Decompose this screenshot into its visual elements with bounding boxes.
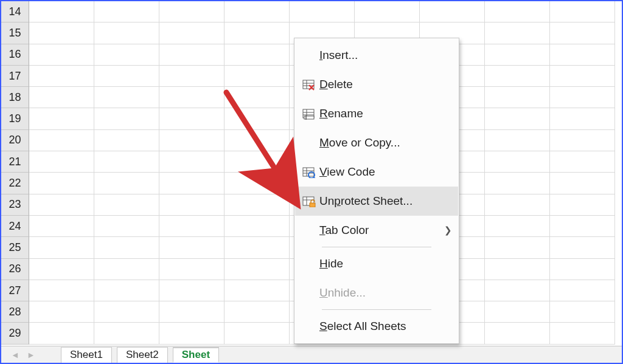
- cell[interactable]: [485, 173, 550, 194]
- cell[interactable]: [485, 301, 550, 323]
- cell[interactable]: [224, 216, 290, 237]
- cell[interactable]: [29, 44, 94, 66]
- cell[interactable]: [550, 22, 615, 44]
- row-header[interactable]: 27: [1, 280, 29, 301]
- cell[interactable]: [224, 151, 290, 173]
- cell[interactable]: [29, 216, 94, 237]
- cell[interactable]: [29, 1, 94, 22]
- row-header[interactable]: 20: [1, 130, 29, 151]
- cell[interactable]: [29, 237, 94, 258]
- cell[interactable]: [485, 22, 550, 44]
- cell[interactable]: [29, 323, 94, 344]
- cell[interactable]: [224, 66, 290, 87]
- row-header[interactable]: 21: [1, 151, 29, 173]
- cell[interactable]: [485, 259, 550, 280]
- cell[interactable]: [290, 1, 355, 22]
- cell[interactable]: [550, 301, 615, 323]
- cell[interactable]: [94, 216, 159, 237]
- cell[interactable]: [485, 194, 550, 216]
- cell[interactable]: [224, 87, 290, 108]
- cell[interactable]: [550, 108, 615, 129]
- cell[interactable]: [29, 66, 94, 87]
- cell[interactable]: [159, 194, 224, 216]
- cell[interactable]: [485, 216, 550, 237]
- cell[interactable]: [94, 66, 159, 87]
- cell[interactable]: [29, 108, 94, 129]
- cell[interactable]: [94, 151, 159, 173]
- cell[interactable]: [29, 173, 94, 194]
- cell[interactable]: [224, 1, 290, 22]
- cell[interactable]: [224, 173, 290, 194]
- cell[interactable]: [159, 259, 224, 280]
- cell[interactable]: [94, 301, 159, 323]
- menu-unprotect-sheet[interactable]: Unprotect Sheet...: [295, 187, 458, 216]
- cell[interactable]: [159, 108, 224, 129]
- tab-scroll-right-icon[interactable]: ►: [23, 349, 39, 361]
- cell[interactable]: [485, 87, 550, 108]
- cell[interactable]: [224, 194, 290, 216]
- row-header[interactable]: 29: [1, 323, 29, 344]
- row-header[interactable]: 24: [1, 216, 29, 237]
- cell[interactable]: [94, 1, 159, 22]
- cell[interactable]: [29, 259, 94, 280]
- cell[interactable]: [550, 237, 615, 258]
- menu-select-all-sheets[interactable]: Select All Sheets: [295, 312, 458, 341]
- cell[interactable]: [355, 1, 420, 22]
- cell[interactable]: [485, 280, 550, 301]
- cell[interactable]: [485, 237, 550, 258]
- cell[interactable]: [159, 66, 224, 87]
- row-header[interactable]: 22: [1, 173, 29, 194]
- menu-view-code[interactable]: View Code: [295, 157, 458, 187]
- cell[interactable]: [550, 130, 615, 151]
- cell[interactable]: [159, 323, 224, 344]
- cell[interactable]: [159, 22, 224, 44]
- cell[interactable]: [159, 44, 224, 66]
- cell[interactable]: [29, 194, 94, 216]
- sheet-tab[interactable]: Sheet2: [117, 347, 168, 363]
- cell[interactable]: [94, 259, 159, 280]
- cell[interactable]: [159, 173, 224, 194]
- row-header[interactable]: 26: [1, 259, 29, 280]
- cell[interactable]: [550, 216, 615, 237]
- cell[interactable]: [550, 1, 615, 22]
- cell[interactable]: [485, 108, 550, 129]
- cell[interactable]: [159, 280, 224, 301]
- cell[interactable]: [94, 194, 159, 216]
- cell[interactable]: [94, 280, 159, 301]
- cell[interactable]: [159, 301, 224, 323]
- cell[interactable]: [485, 130, 550, 151]
- cell[interactable]: [224, 259, 290, 280]
- cell[interactable]: [94, 108, 159, 129]
- row-header[interactable]: 15: [1, 22, 29, 44]
- menu-tab-color[interactable]: Tab Color ❯: [295, 216, 458, 245]
- sheet-tab[interactable]: Sheet1: [61, 347, 112, 363]
- cell[interactable]: [224, 237, 290, 258]
- cell[interactable]: [550, 66, 615, 87]
- sheet-tab-active[interactable]: Sheet: [173, 347, 219, 363]
- cell[interactable]: [550, 323, 615, 344]
- cell[interactable]: [29, 280, 94, 301]
- menu-delete[interactable]: Delete: [295, 70, 458, 99]
- cell[interactable]: [29, 130, 94, 151]
- cell[interactable]: [224, 301, 290, 323]
- cell[interactable]: [485, 1, 550, 22]
- cell[interactable]: [94, 22, 159, 44]
- menu-insert[interactable]: Insert...: [295, 41, 458, 70]
- cell[interactable]: [485, 151, 550, 173]
- cell[interactable]: [159, 151, 224, 173]
- tab-scroll-left-icon[interactable]: ◄: [7, 349, 23, 361]
- cell[interactable]: [550, 194, 615, 216]
- cell[interactable]: [550, 259, 615, 280]
- cell[interactable]: [94, 237, 159, 258]
- cell[interactable]: [29, 87, 94, 108]
- cell[interactable]: [550, 280, 615, 301]
- row-header[interactable]: 28: [1, 301, 29, 323]
- cell[interactable]: [29, 301, 94, 323]
- cell[interactable]: [159, 1, 224, 22]
- cell[interactable]: [550, 44, 615, 66]
- cell[interactable]: [224, 130, 290, 151]
- cell[interactable]: [224, 108, 290, 129]
- menu-rename[interactable]: Rename: [295, 99, 458, 128]
- cell[interactable]: [159, 130, 224, 151]
- menu-hide[interactable]: Hide: [295, 249, 458, 278]
